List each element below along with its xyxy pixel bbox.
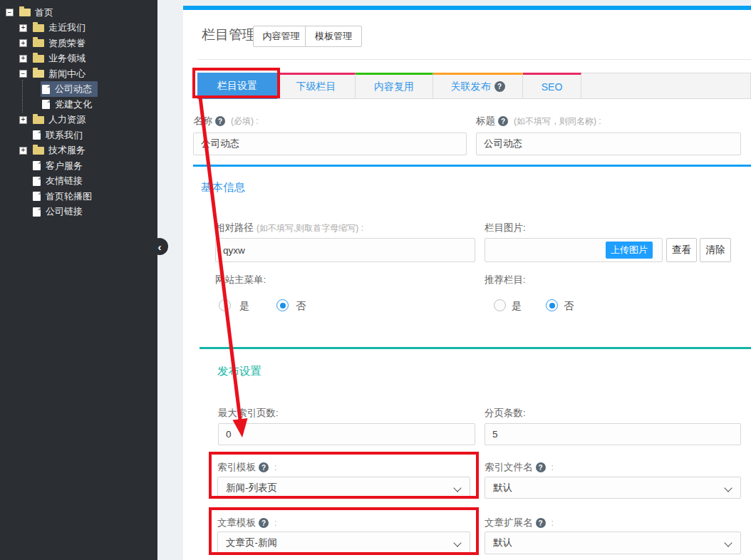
chevron-down-icon xyxy=(724,484,732,492)
chevron-down-icon xyxy=(724,539,732,546)
column-image-label: 栏目图片: xyxy=(485,222,526,234)
chevron-left-icon: ‹ xyxy=(158,241,162,253)
folder-icon xyxy=(33,24,44,32)
tab-bar-filler xyxy=(581,73,751,99)
sidebar-item-customer-service[interactable]: 客户服务 xyxy=(0,158,157,174)
relative-path-label: 相对路径(如不填写,则取首字母缩写) : xyxy=(215,222,363,234)
sidebar-item-tech-service[interactable]: 技术服务 xyxy=(0,143,157,159)
tree-item-label: 技术服务 xyxy=(48,144,86,157)
chevron-down-icon xyxy=(453,539,461,546)
tree-item-label: 客户服务 xyxy=(46,160,83,172)
name-label: 名称?(必填) : xyxy=(193,115,259,128)
article-template-select[interactable]: 文章页-新闻 xyxy=(217,532,470,554)
sidebar-item-business[interactable]: 业务领域 xyxy=(0,51,157,67)
file-icon xyxy=(33,130,41,140)
article-ext-label: 文章扩展名?: xyxy=(485,517,554,529)
selected-value: 新闻-列表页 xyxy=(226,482,277,494)
help-icon[interactable]: ? xyxy=(259,462,269,472)
help-icon[interactable]: ? xyxy=(259,518,269,528)
folder-icon xyxy=(33,116,44,124)
sidebar-tree: 首页 走近我们 资质荣誉 业务领域 新闻中心 公司动态 党建文化 xyxy=(0,0,157,560)
article-ext-select[interactable]: 默认 xyxy=(485,532,741,554)
publish-section-divider xyxy=(200,347,751,349)
help-icon[interactable]: ? xyxy=(498,116,508,126)
expand-toggle-icon[interactable] xyxy=(19,147,27,155)
help-icon[interactable]: ? xyxy=(215,116,225,126)
content-manage-button[interactable]: 内容管理 xyxy=(253,26,309,47)
recommend-yes-radio[interactable] xyxy=(494,299,506,311)
title-label: 标题?(如不填写，则同名称) : xyxy=(476,115,601,128)
relative-path-input[interactable] xyxy=(215,238,475,262)
publish-section-title: 发布设置 xyxy=(217,364,261,379)
tree-item-label: 党建文化 xyxy=(55,98,92,111)
expand-toggle-icon[interactable] xyxy=(19,55,27,63)
help-icon[interactable]: ? xyxy=(536,462,546,472)
name-input[interactable] xyxy=(193,133,467,155)
tree-item-label: 新闻中心 xyxy=(48,68,86,81)
sidebar-item-party-culture[interactable]: 党建文化 xyxy=(0,97,157,113)
sidebar-item-home[interactable]: 首页 xyxy=(0,5,157,21)
app-window: 首页 走近我们 资质荣誉 业务领域 新闻中心 公司动态 党建文化 xyxy=(0,0,751,560)
tab-seo[interactable]: SEO xyxy=(523,73,581,99)
file-icon xyxy=(42,85,50,94)
selected-value: 默认 xyxy=(493,482,512,494)
expand-toggle-icon[interactable] xyxy=(19,39,27,47)
template-manage-button[interactable]: 模板管理 xyxy=(305,26,362,47)
folder-icon xyxy=(33,147,44,155)
expand-toggle-icon[interactable] xyxy=(19,24,27,32)
main-menu-label: 网站主菜单: xyxy=(215,274,266,286)
sidebar-item-contact[interactable]: 联系我们 xyxy=(0,128,157,143)
tab-sub-columns[interactable]: 下级栏目 xyxy=(277,73,356,99)
page-size-input[interactable] xyxy=(485,423,741,445)
recommend-no-label[interactable]: 否 xyxy=(564,300,574,313)
page-size-label: 分页条数: xyxy=(485,407,526,420)
tree-item-label: 首页轮播图 xyxy=(46,190,92,203)
tab-label: 内容复用 xyxy=(374,81,414,93)
index-filename-select[interactable]: 默认 xyxy=(485,477,741,499)
tab-related-publish[interactable]: 关联发布 ? xyxy=(433,73,523,99)
max-index-pages-input[interactable] xyxy=(218,423,475,445)
expand-toggle-icon[interactable] xyxy=(19,116,27,124)
tree-item-label: 联系我们 xyxy=(46,129,83,142)
collapse-toggle-icon[interactable] xyxy=(6,9,14,16)
recommend-yes-label[interactable]: 是 xyxy=(512,300,522,313)
sidebar-item-honors[interactable]: 资质荣誉 xyxy=(0,36,157,51)
tab-bar: 栏目设置 下级栏目 内容复用 关联发布 ? SEO xyxy=(197,73,751,99)
tree-item-label: 首页 xyxy=(35,6,53,19)
sidebar-item-hr[interactable]: 人力资源 xyxy=(0,113,157,128)
header-divider xyxy=(198,59,751,60)
tab-column-settings[interactable]: 栏目设置 xyxy=(197,73,277,99)
sidebar-item-home-carousel[interactable]: 首页轮播图 xyxy=(0,189,157,204)
help-icon[interactable]: ? xyxy=(494,81,505,92)
main-menu-yes-label[interactable]: 是 xyxy=(239,300,249,313)
sidebar-item-about[interactable]: 走近我们 xyxy=(0,21,157,36)
max-index-pages-label: 最大索引页数: xyxy=(218,407,279,420)
collapse-toggle-icon[interactable] xyxy=(19,70,27,78)
article-template-label: 文章模板?: xyxy=(217,517,276,529)
main-menu-yes-radio[interactable] xyxy=(219,299,231,311)
recommend-no-radio[interactable] xyxy=(546,299,558,311)
tree-item-label: 走近我们 xyxy=(48,21,86,34)
index-template-select[interactable]: 新闻-列表页 xyxy=(217,477,470,499)
sidebar-item-company-links[interactable]: 公司链接 xyxy=(0,204,157,220)
sidebar-item-company-news[interactable]: 公司动态 xyxy=(0,82,157,98)
help-icon[interactable]: ? xyxy=(536,518,546,528)
tree-item-label: 资质荣誉 xyxy=(48,37,86,50)
main-menu-no-label[interactable]: 否 xyxy=(296,300,306,313)
file-icon xyxy=(33,161,41,170)
sidebar-collapse-button[interactable]: ‹ xyxy=(151,238,168,255)
sidebar-item-links[interactable]: 友情链接 xyxy=(0,174,157,190)
tab-label: 下级栏目 xyxy=(296,81,336,93)
view-image-button[interactable]: 查看 xyxy=(666,238,697,262)
sidebar-item-news-center[interactable]: 新闻中心 xyxy=(0,66,157,82)
basic-section-title: 基本信息 xyxy=(201,180,245,195)
title-input[interactable] xyxy=(476,133,741,155)
index-template-label: 索引模板?: xyxy=(217,461,276,474)
clear-image-button[interactable]: 清除 xyxy=(700,238,731,262)
tree-item-label-selected: 公司动态 xyxy=(55,83,92,95)
tab-content-reuse[interactable]: 内容复用 xyxy=(356,73,433,99)
main-panel: 栏目管理 内容管理 模板管理 栏目设置 下级栏目 内容复用 关联发布 ? SEO xyxy=(183,6,751,560)
upload-image-button[interactable]: 上传图片 xyxy=(606,242,653,259)
main-menu-no-radio[interactable] xyxy=(276,299,289,311)
selected-value: 文章页-新闻 xyxy=(226,536,277,549)
